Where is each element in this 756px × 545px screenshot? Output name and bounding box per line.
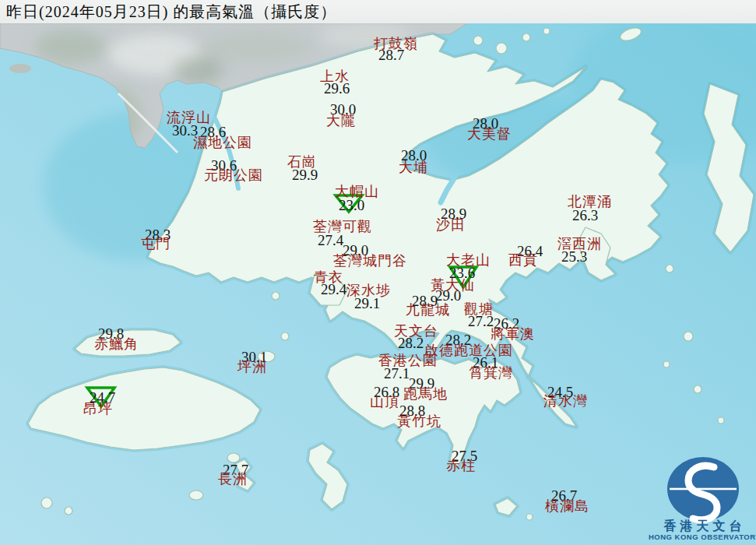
station-label: 長洲 bbox=[218, 472, 248, 487]
station-label: 山頂 bbox=[370, 395, 399, 410]
station-label: 青衣 bbox=[314, 270, 343, 285]
station-label: 屯門 bbox=[141, 237, 171, 251]
station-label: 將軍澳 bbox=[491, 327, 535, 342]
station-label: 筲箕灣 bbox=[469, 366, 513, 381]
station-label: 觀塘 bbox=[464, 302, 494, 317]
station-label: 大埔 bbox=[399, 160, 428, 175]
station-label: 昂坪 bbox=[83, 402, 113, 417]
station-label: 元朗公園 bbox=[204, 168, 263, 183]
station-label: 香港公園 bbox=[378, 353, 438, 368]
station-value: 26.3 bbox=[572, 208, 598, 223]
page-title: 昨日(2024年05月23日) 的最高氣溫（攝氏度） bbox=[6, 0, 336, 23]
station-label: 九龍城 bbox=[406, 303, 450, 318]
lingding-island bbox=[9, 64, 31, 73]
hko-logo-name-en: HONG KONG OBSERVATORY bbox=[638, 533, 756, 541]
station-label: 大美督 bbox=[467, 127, 512, 142]
station-value: 23.0 bbox=[339, 198, 364, 213]
station-label: 荃灣城門谷 bbox=[333, 254, 407, 269]
station-label: 滘西洲 bbox=[557, 237, 602, 251]
hong-kong-map bbox=[0, 0, 756, 545]
station-label: 啟德跑道公園 bbox=[424, 343, 513, 358]
station-label: 上水 bbox=[320, 69, 350, 84]
station-label: 西貢 bbox=[508, 253, 538, 268]
station-label: 北潭涌 bbox=[568, 195, 612, 209]
station-value: 27.4 bbox=[318, 233, 343, 248]
hko-logo bbox=[667, 457, 739, 521]
station-label: 赤鱲角 bbox=[94, 337, 139, 352]
station-label: 大老山 bbox=[446, 253, 491, 268]
station-label: 天文台 bbox=[394, 324, 438, 339]
station-label: 打鼓嶺 bbox=[374, 37, 418, 51]
station-label: 沙田 bbox=[436, 218, 466, 233]
station-label: 黃竹坑 bbox=[397, 414, 441, 429]
station-label: 赤柱 bbox=[446, 459, 476, 473]
station-label: 跑馬地 bbox=[403, 387, 448, 402]
station-label: 濕地公園 bbox=[193, 135, 252, 150]
station-label: 橫瀾島 bbox=[545, 499, 589, 514]
station-label: 深水埗 bbox=[346, 283, 391, 298]
station-label: 清水灣 bbox=[543, 394, 588, 409]
station-label: 大隴 bbox=[326, 114, 356, 128]
station-label: 荃灣可觀 bbox=[313, 220, 372, 234]
station-label: 坪洲 bbox=[237, 360, 267, 374]
hko-logo-equator-line bbox=[670, 488, 737, 490]
max-temperature-map: 昨日(2024年05月23日) 的最高氣溫（攝氏度） 28.7打鼓嶺29.6上水… bbox=[0, 0, 756, 545]
station-label: 石崗 bbox=[287, 155, 317, 170]
station-label: 大帽山 bbox=[335, 185, 379, 199]
station-label: 黃大仙 bbox=[431, 278, 475, 293]
title-bar: 昨日(2024年05月23日) 的最高氣溫（攝氏度） bbox=[0, 0, 756, 23]
